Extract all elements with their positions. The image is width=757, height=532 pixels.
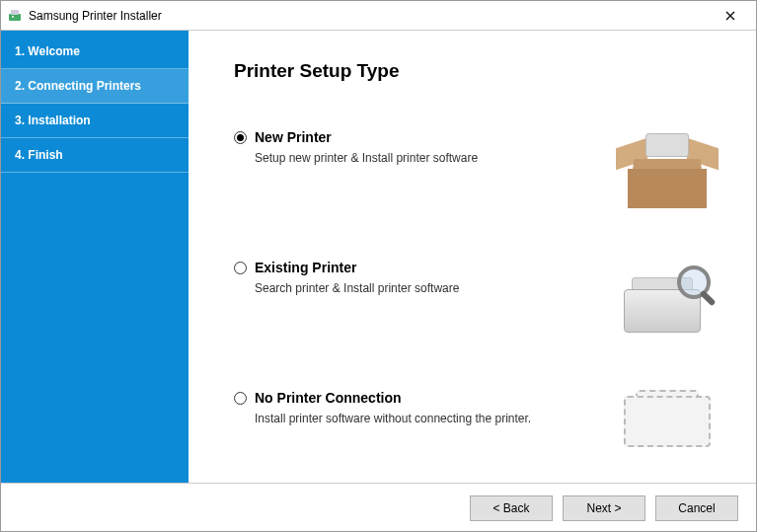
main-panel: Printer Setup Type New Printer Setup new…: [189, 31, 756, 483]
radio-new-printer[interactable]: New Printer: [234, 129, 598, 145]
window-title: Samsung Printer Installer: [29, 9, 711, 23]
radio-label: New Printer: [255, 129, 332, 145]
radio-indicator: [234, 131, 247, 144]
option-description: Search printer & Install printer softwar…: [255, 281, 598, 295]
option-description: Setup new printer & Install printer soft…: [255, 151, 598, 165]
svg-rect-0: [9, 14, 21, 21]
option-description: Install printer software without connect…: [255, 412, 598, 425]
page-heading: Printer Setup Type: [234, 60, 726, 82]
titlebar: Samsung Printer Installer: [1, 1, 756, 31]
close-button[interactable]: [711, 2, 750, 30]
next-button[interactable]: Next >: [563, 495, 645, 521]
sidebar-step-finish[interactable]: 4. Finish: [1, 138, 189, 173]
sidebar-step-welcome[interactable]: 1. Welcome: [1, 35, 189, 69]
no-printer-illustration: [608, 390, 726, 453]
radio-indicator: [234, 392, 247, 405]
new-printer-illustration: [608, 129, 726, 208]
footer: < Back Next > Cancel: [1, 483, 756, 532]
sidebar: 1. Welcome 2. Connecting Printers 3. Ins…: [1, 31, 189, 483]
existing-printer-illustration: [608, 260, 726, 339]
svg-rect-1: [11, 10, 19, 15]
radio-no-printer[interactable]: No Printer Connection: [234, 390, 598, 406]
app-icon: [7, 8, 23, 24]
radio-label: Existing Printer: [255, 260, 356, 275]
body: 1. Welcome 2. Connecting Printers 3. Ins…: [1, 31, 756, 483]
radio-indicator: [234, 262, 247, 274]
back-button[interactable]: < Back: [470, 495, 553, 521]
sidebar-step-installation[interactable]: 3. Installation: [1, 104, 189, 138]
option-new-printer: New Printer Setup new printer & Install …: [234, 129, 726, 212]
sidebar-step-connecting[interactable]: 2. Connecting Printers: [1, 69, 189, 104]
radio-label: No Printer Connection: [255, 390, 402, 406]
svg-point-2: [12, 16, 14, 18]
option-existing-printer: Existing Printer Search printer & Instal…: [234, 260, 726, 342]
radio-existing-printer[interactable]: Existing Printer: [234, 260, 598, 275]
option-no-printer: No Printer Connection Install printer so…: [234, 390, 726, 473]
cancel-button[interactable]: Cancel: [655, 495, 738, 521]
